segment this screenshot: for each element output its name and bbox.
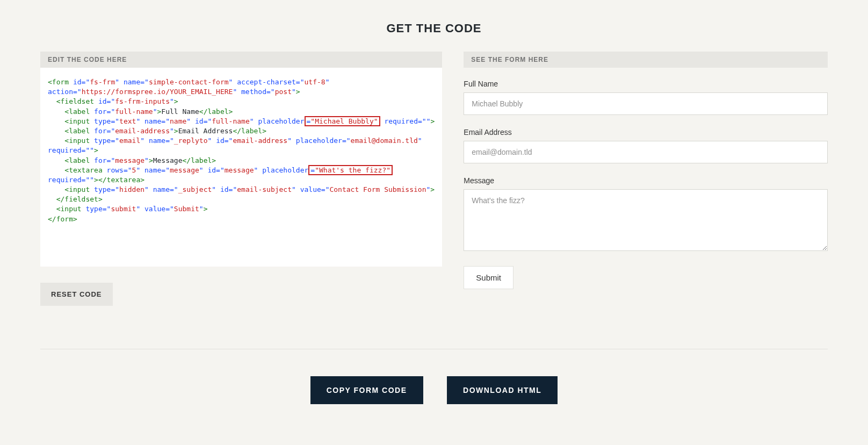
form-preview: Full Name Email Address Message Submit bbox=[464, 68, 828, 289]
message-textarea[interactable] bbox=[464, 189, 828, 251]
reset-code-button[interactable]: RESET CODE bbox=[40, 283, 113, 306]
form-preview-column: SEE THE FORM HERE Full Name Email Addres… bbox=[464, 52, 828, 289]
copy-code-button[interactable]: COPY FORM CODE bbox=[310, 376, 423, 404]
submit-button[interactable]: Submit bbox=[464, 266, 513, 289]
code-editor[interactable]: <form id="fs-frm" name="simple-contact-f… bbox=[40, 68, 442, 267]
fullname-input[interactable] bbox=[464, 92, 828, 115]
fullname-label: Full Name bbox=[464, 80, 828, 88]
page-title: GET THE CODE bbox=[40, 0, 828, 52]
email-input[interactable] bbox=[464, 141, 828, 163]
code-column: EDIT THE CODE HERE <form id="fs-frm" nam… bbox=[40, 52, 442, 306]
highlight-fullname-placeholder: ="Michael Bubbly" bbox=[305, 116, 380, 126]
highlight-message-placeholder: ="What's the fizz?" bbox=[308, 165, 393, 175]
download-html-button[interactable]: DOWNLOAD HTML bbox=[447, 376, 558, 404]
message-label: Message bbox=[464, 176, 828, 185]
form-panel-header: SEE THE FORM HERE bbox=[464, 52, 828, 68]
code-panel-header: EDIT THE CODE HERE bbox=[40, 52, 442, 68]
email-label: Email Address bbox=[464, 128, 828, 137]
section-divider bbox=[40, 349, 828, 349]
